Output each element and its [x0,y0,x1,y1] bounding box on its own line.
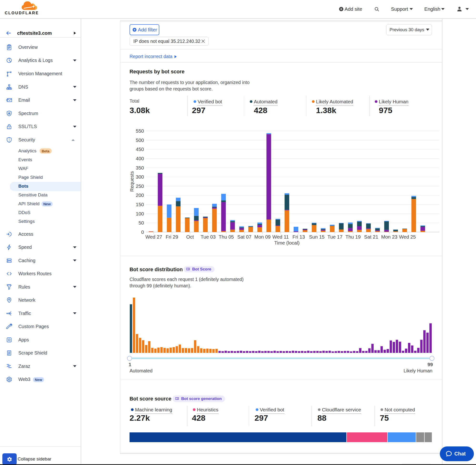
svg-text:Sun 15: Sun 15 [309,234,325,240]
svg-text:150: 150 [136,202,144,207]
svg-text:Mon 23: Mon 23 [381,234,397,240]
svg-text:550: 550 [136,128,144,134]
svg-text:Oct: Oct [186,234,194,240]
svg-text:Sat 21: Sat 21 [364,234,378,240]
svg-text:Automated: Automated [129,368,153,373]
svg-text:Wed 25: Wed 25 [399,234,416,240]
svg-text:Tue 03: Tue 03 [201,234,216,240]
svg-text:1: 1 [128,362,131,367]
svg-text:450: 450 [136,147,144,152]
svg-text:Wed 11: Wed 11 [272,234,289,240]
svg-text:Time (local): Time (local) [274,240,300,245]
svg-text:400: 400 [136,156,144,161]
svg-text:Fri 29: Fri 29 [166,234,178,240]
svg-text:Wed 27: Wed 27 [146,234,162,240]
svg-text:250: 250 [136,183,144,189]
svg-text:0: 0 [141,229,144,235]
svg-text:200: 200 [136,192,144,198]
svg-text:350: 350 [136,165,144,170]
svg-text:Thu 05: Thu 05 [219,234,234,240]
svg-text:50: 50 [138,220,144,225]
svg-text:Likely Human: Likely Human [404,368,433,373]
svg-text:Tue 17: Tue 17 [328,234,342,240]
svg-text:Fri 13: Fri 13 [292,234,305,240]
svg-text:99: 99 [427,362,433,367]
svg-text:Thu 19: Thu 19 [346,234,361,240]
svg-text:100: 100 [136,211,144,216]
svg-text:Mon 09: Mon 09 [254,234,271,240]
svg-text:300: 300 [136,174,144,180]
svg-text:Requests: Requests [129,171,135,192]
svg-text:500: 500 [136,137,144,143]
svg-text:Sat 07: Sat 07 [237,234,252,240]
